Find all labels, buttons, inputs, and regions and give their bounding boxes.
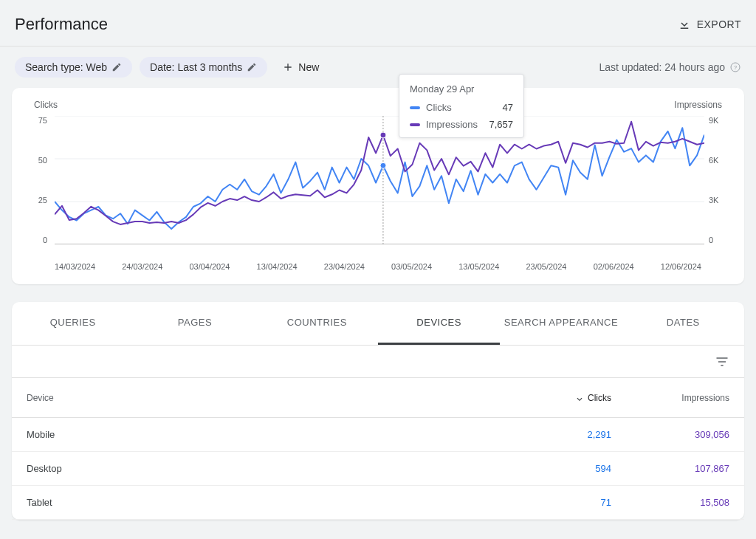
help-icon[interactable]: ?: [729, 61, 741, 73]
arrow-down-icon: [574, 393, 585, 403]
chip-date-label: Date: Last 3 months: [150, 61, 242, 73]
tab-dates[interactable]: DATES: [622, 302, 744, 345]
chart-tooltip: Monday 29 Apr Clicks 47 Impressions 7,65…: [399, 74, 524, 138]
pencil-icon: [247, 62, 257, 72]
table-card: QUERIES PAGES COUNTRIES DEVICES SEARCH A…: [12, 302, 744, 520]
chart-card: Clicks Impressions 75 50 25 0 9K 6K 3K 0…: [12, 88, 744, 284]
pencil-icon: [111, 62, 122, 72]
chip-search-type-label: Search type: Web: [25, 61, 107, 73]
col-device[interactable]: Device: [27, 393, 508, 403]
last-updated: Last updated: 24 hours ago ?: [599, 61, 741, 73]
tabs: QUERIES PAGES COUNTRIES DEVICES SEARCH A…: [12, 302, 744, 346]
line-chart: [55, 116, 704, 244]
col-clicks[interactable]: Clicks: [508, 393, 611, 403]
table-row[interactable]: Desktop594107,867: [12, 452, 744, 486]
svg-text:?: ?: [734, 64, 737, 71]
tab-pages[interactable]: PAGES: [134, 302, 255, 345]
row-impressions: 107,867: [611, 463, 729, 474]
swatch-impressions: [410, 123, 420, 126]
device-name: Desktop: [27, 463, 508, 474]
col-impressions[interactable]: Impressions: [611, 393, 729, 403]
tooltip-clicks-value: 47: [503, 102, 513, 113]
y-right-ticks: 9K 6K 3K 0: [709, 116, 726, 244]
download-icon: [678, 18, 691, 31]
tab-queries[interactable]: QUERIES: [12, 302, 134, 345]
new-filter-button[interactable]: New: [275, 57, 326, 78]
table-row[interactable]: Tablet7115,508: [12, 486, 744, 520]
tooltip-impressions-label: Impressions: [426, 119, 478, 130]
right-axis-label: Impressions: [674, 100, 722, 110]
row-clicks: 71: [508, 497, 611, 508]
tooltip-date: Monday 29 Apr: [410, 83, 513, 95]
svg-point-8: [380, 132, 386, 138]
tooltip-clicks-label: Clicks: [426, 102, 452, 113]
plus-icon: [282, 61, 294, 73]
device-name: Tablet: [27, 497, 508, 508]
tab-countries[interactable]: COUNTRIES: [256, 302, 378, 345]
table-row[interactable]: Mobile2,291309,056: [12, 418, 744, 452]
row-clicks: 594: [508, 463, 611, 474]
tab-search-appearance[interactable]: SEARCH APPEARANCE: [500, 302, 622, 345]
new-label: New: [298, 61, 319, 73]
filter-icon[interactable]: [715, 354, 729, 369]
page-title: Performance: [15, 15, 108, 34]
chip-search-type[interactable]: Search type: Web: [15, 57, 132, 78]
chip-date-range[interactable]: Date: Last 3 months: [140, 57, 267, 78]
export-label: EXPORT: [697, 18, 741, 30]
row-impressions: 15,508: [611, 497, 729, 508]
left-axis-label: Clicks: [34, 100, 58, 110]
swatch-clicks: [410, 106, 420, 109]
x-axis-ticks: 14/03/2024 24/03/2024 03/04/2024 13/04/2…: [55, 262, 701, 271]
last-updated-text: Last updated: 24 hours ago: [599, 61, 725, 73]
row-clicks: 2,291: [508, 429, 611, 440]
y-left-ticks: 75 50 25 0: [30, 116, 47, 244]
table-head: Device Clicks Impressions: [12, 378, 744, 418]
export-button[interactable]: EXPORT: [678, 18, 741, 31]
device-name: Mobile: [27, 429, 508, 440]
row-impressions: 309,056: [611, 429, 729, 440]
svg-point-7: [380, 162, 386, 168]
tooltip-impressions-value: 7,657: [489, 119, 513, 130]
tab-devices[interactable]: DEVICES: [378, 302, 500, 345]
